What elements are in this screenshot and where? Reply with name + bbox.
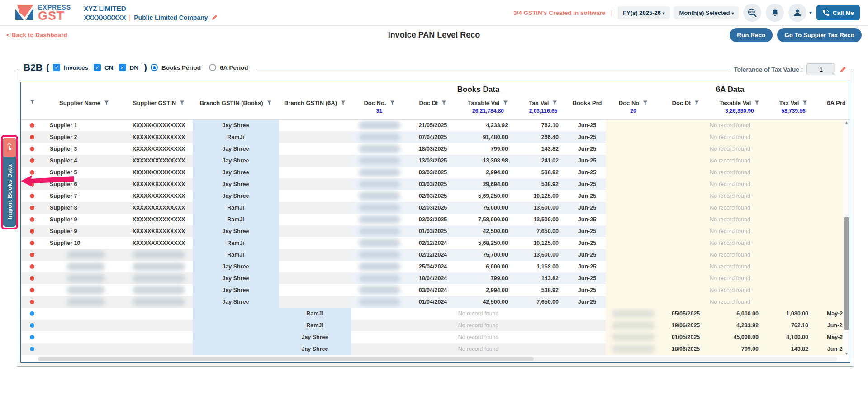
tolerance-control: Tolerance of Tax Value : <box>730 63 850 75</box>
month-selector-dropdown[interactable]: Month(s) Selected ▾ <box>674 6 739 19</box>
filter-funnel-icon[interactable] <box>180 100 185 105</box>
blue-status-dot-icon <box>30 323 34 328</box>
6a-period-radio[interactable] <box>209 64 216 71</box>
filter-funnel-icon[interactable] <box>30 100 35 105</box>
blurred-value <box>359 168 400 177</box>
tolerance-input[interactable] <box>806 63 835 75</box>
gstin-search-button[interactable]: GSTIN <box>743 4 761 22</box>
6a-doc-date-cell: 19/06/2025 <box>661 320 711 331</box>
6a-doc-no-cell <box>606 343 661 355</box>
filter-funnel-icon[interactable] <box>267 100 272 105</box>
books-taxable-val-cell: 799.00 <box>458 143 518 155</box>
cn-checkbox[interactable]: ✓ <box>94 64 101 71</box>
filter-funnel-icon[interactable] <box>694 100 699 105</box>
books-doc-no-cell <box>351 272 408 284</box>
company-info: XYZ LIMITED XXXXXXXXXX | Public Limited … <box>84 5 218 21</box>
divider: | <box>129 14 131 21</box>
blurred-value <box>133 251 185 259</box>
user-profile-button[interactable] <box>788 4 806 22</box>
6a-taxable-val-cell: 6,000.00 <box>711 308 768 320</box>
blurred-value <box>359 274 400 282</box>
b2b-section: B2B ( ✓ Invoices ✓ CN ✓ DN ) Books Perio… <box>17 69 854 367</box>
books-doc-date-cell: 21/05/2025 <box>408 119 458 131</box>
invoices-checkbox[interactable]: ✓ <box>53 64 60 71</box>
column-header-label: Taxable Val <box>720 100 751 106</box>
call-me-button[interactable]: Call Me <box>816 5 860 20</box>
supplier-name-cell <box>43 308 125 320</box>
books-doc-no-cell <box>351 155 408 167</box>
branch-gstin-books-cell: RamJi <box>193 237 279 249</box>
back-to-dashboard-link[interactable]: < Back to Dashboard <box>6 32 67 38</box>
vertical-scrollbar[interactable]: ▲ ▼ <box>843 120 850 356</box>
supplier-gstin-cell <box>125 272 193 284</box>
dn-checkbox-label: DN <box>130 64 139 71</box>
branch-gstin-6a-cell: RamJi <box>279 308 351 320</box>
filter-funnel-icon[interactable] <box>503 100 508 105</box>
table-row: Supplier 1XXXXXXXXXXXXXXJay Shree21/05/2… <box>21 119 850 131</box>
branch-gstin-6a-cell <box>279 237 351 249</box>
dn-checkbox[interactable]: ✓ <box>119 64 126 71</box>
supplier-name-cell: Supplier 6 <box>43 178 125 190</box>
filter-funnel-icon[interactable] <box>552 100 557 105</box>
column-header-label: Doc No. <box>364 100 386 106</box>
books-period-cell: Jun-25 <box>569 237 606 249</box>
column-header-label: Branch GSTIN (Books) <box>199 100 263 106</box>
horizontal-scrollbar[interactable] <box>38 357 837 361</box>
svg-text:GSTIN: GSTIN <box>749 11 754 13</box>
books-no-record-cell: No record found <box>351 343 606 355</box>
column-total: 31 <box>351 108 408 114</box>
fy-selector-dropdown[interactable]: FY(s) 2025-26 ▾ <box>618 6 669 19</box>
branch-gstin-books-cell: Jay Shree <box>193 272 279 284</box>
run-reco-button[interactable]: Run Reco <box>730 28 773 42</box>
books-doc-no-cell <box>351 143 408 155</box>
books-doc-date-cell: 03/04/2024 <box>408 284 458 296</box>
branch-gstin-6a-cell <box>279 155 351 167</box>
filter-funnel-icon[interactable] <box>441 100 446 105</box>
column-header: Taxable Val26,21,784.80 <box>458 97 518 119</box>
filter-funnel-icon[interactable] <box>754 100 759 105</box>
notifications-bell-icon <box>771 9 779 17</box>
invoices-checkbox-label: Invoices <box>64 64 88 71</box>
company-type[interactable]: Public Limited Company <box>134 14 208 21</box>
branch-gstin-books-cell: Jay Shree <box>193 284 279 296</box>
branch-gstin-6a-cell <box>279 131 351 143</box>
filter-funnel-icon[interactable] <box>104 100 109 105</box>
6a-no-record-cell: No record found <box>606 190 850 202</box>
books-tax-val-cell: 762.10 <box>518 119 569 131</box>
books-period-radio[interactable] <box>151 64 158 71</box>
import-books-data-label: Import Books Data <box>6 157 13 227</box>
branch-gstin-6a-cell: RamJi <box>279 320 351 331</box>
filter-funnel-icon[interactable] <box>643 100 648 105</box>
6a-no-record-cell: No record found <box>606 178 850 190</box>
scroll-up-arrow-icon[interactable]: ▲ <box>843 120 850 124</box>
blurred-value <box>359 133 400 141</box>
branch-gstin-6a-cell <box>279 167 351 178</box>
filter-funnel-icon[interactable] <box>802 100 807 105</box>
user-menu-caret-icon[interactable]: ▾ <box>809 10 812 16</box>
horizontal-scrollbar-thumb[interactable] <box>38 357 534 361</box>
books-doc-date-cell: 13/03/2025 <box>408 155 458 167</box>
edit-tolerance-pencil-icon[interactable] <box>839 66 847 73</box>
red-status-dot-icon <box>30 276 34 281</box>
notifications-button[interactable] <box>766 4 784 22</box>
column-total <box>193 108 279 114</box>
vertical-scrollbar-thumb[interactable] <box>844 217 849 330</box>
go-to-supplier-tax-reco-button[interactable]: Go To Suppier Tax Reco <box>777 28 862 42</box>
filter-funnel-icon[interactable] <box>341 100 346 105</box>
supplier-gstin-cell <box>125 331 193 343</box>
scroll-down-arrow-icon[interactable]: ▼ <box>843 352 850 356</box>
column-header-label: Supplier GSTIN <box>133 100 176 106</box>
column-total <box>661 108 711 114</box>
column-header-label: Doc No <box>619 100 640 106</box>
filter-funnel-icon[interactable] <box>390 100 395 105</box>
column-header <box>21 97 43 119</box>
6a-no-record-cell: No record found <box>606 131 850 143</box>
import-books-data-tab[interactable]: Import Books Data <box>3 138 16 227</box>
supplier-name-cell: Supplier 4 <box>43 155 125 167</box>
edit-company-pencil-icon[interactable] <box>211 14 218 21</box>
supplier-name-cell <box>43 343 125 355</box>
column-header-label: Books Prd <box>573 100 602 106</box>
books-taxable-val-cell: 7,58,000.00 <box>458 214 518 225</box>
row-status-cell <box>21 202 43 214</box>
supplier-gstin-cell: XXXXXXXXXXXXXX <box>125 167 193 178</box>
